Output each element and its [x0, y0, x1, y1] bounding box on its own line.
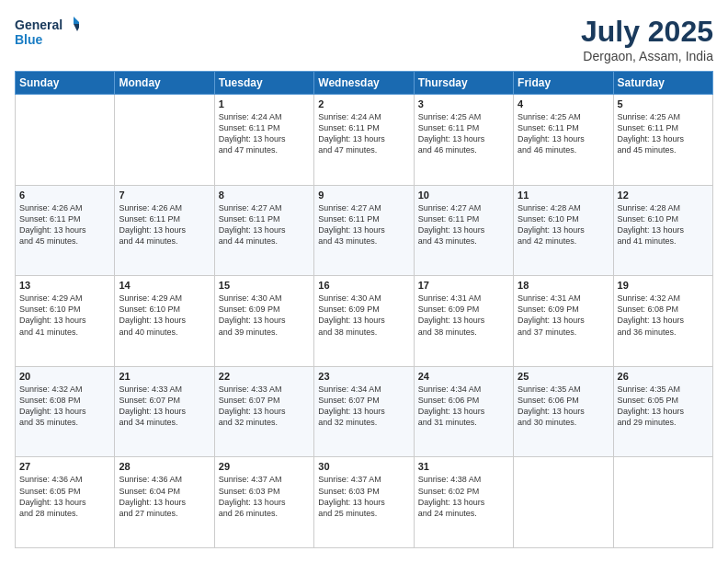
day-number: 15 — [219, 280, 310, 291]
cell-1-2: 8Sunrise: 4:27 AM Sunset: 6:11 PM Daylig… — [214, 185, 313, 276]
cell-text: Sunrise: 4:35 AM Sunset: 6:06 PM Dayligh… — [518, 384, 609, 429]
cell-text: Sunrise: 4:27 AM Sunset: 6:11 PM Dayligh… — [418, 202, 509, 247]
day-number: 19 — [618, 280, 709, 291]
cell-1-1: 7Sunrise: 4:26 AM Sunset: 6:11 PM Daylig… — [115, 185, 214, 276]
day-number: 26 — [618, 371, 709, 382]
day-number: 24 — [418, 371, 509, 382]
cell-0-1 — [115, 95, 214, 186]
day-number: 29 — [219, 461, 310, 472]
header: General Blue July 2025 Dergaon, Assam, I… — [15, 15, 713, 63]
calendar-body: 1Sunrise: 4:24 AM Sunset: 6:11 PM Daylig… — [16, 95, 713, 548]
cell-1-6: 12Sunrise: 4:28 AM Sunset: 6:10 PM Dayli… — [613, 185, 712, 276]
day-number: 11 — [518, 190, 609, 201]
day-number: 2 — [318, 98, 409, 109]
cell-text: Sunrise: 4:33 AM Sunset: 6:07 PM Dayligh… — [119, 384, 210, 429]
week-row-2: 6Sunrise: 4:26 AM Sunset: 6:11 PM Daylig… — [16, 185, 713, 276]
cell-text: Sunrise: 4:34 AM Sunset: 6:07 PM Dayligh… — [318, 384, 409, 429]
cell-text: Sunrise: 4:31 AM Sunset: 6:09 PM Dayligh… — [518, 293, 609, 338]
day-number: 20 — [19, 371, 110, 382]
day-number: 10 — [418, 190, 509, 201]
day-number: 23 — [318, 371, 409, 382]
cell-4-3: 30Sunrise: 4:37 AM Sunset: 6:03 PM Dayli… — [314, 457, 414, 548]
month-title: July 2025 — [581, 15, 713, 49]
cell-3-3: 23Sunrise: 4:34 AM Sunset: 6:07 PM Dayli… — [314, 366, 414, 457]
day-number: 16 — [318, 280, 409, 291]
svg-text:General: General — [15, 17, 63, 32]
cell-text: Sunrise: 4:36 AM Sunset: 6:05 PM Dayligh… — [19, 474, 110, 519]
day-number: 31 — [418, 461, 509, 472]
day-number: 25 — [518, 371, 609, 382]
week-row-1: 1Sunrise: 4:24 AM Sunset: 6:11 PM Daylig… — [16, 95, 713, 186]
cell-text: Sunrise: 4:37 AM Sunset: 6:03 PM Dayligh… — [219, 474, 310, 519]
cell-3-4: 24Sunrise: 4:34 AM Sunset: 6:06 PM Dayli… — [414, 366, 513, 457]
cell-2-0: 13Sunrise: 4:29 AM Sunset: 6:10 PM Dayli… — [16, 276, 115, 367]
cell-text: Sunrise: 4:35 AM Sunset: 6:05 PM Dayligh… — [618, 384, 709, 429]
day-number: 13 — [19, 280, 110, 291]
cell-2-2: 15Sunrise: 4:30 AM Sunset: 6:09 PM Dayli… — [214, 276, 313, 367]
header-tuesday: Tuesday — [214, 72, 313, 95]
day-number: 4 — [518, 98, 609, 109]
cell-2-1: 14Sunrise: 4:29 AM Sunset: 6:10 PM Dayli… — [115, 276, 214, 367]
day-number: 3 — [418, 98, 509, 109]
day-number: 27 — [19, 461, 110, 472]
header-thursday: Thursday — [414, 72, 513, 95]
day-number: 21 — [119, 371, 210, 382]
day-number: 22 — [219, 371, 310, 382]
day-number: 6 — [19, 190, 110, 201]
cell-text: Sunrise: 4:32 AM Sunset: 6:08 PM Dayligh… — [19, 384, 110, 429]
cell-3-1: 21Sunrise: 4:33 AM Sunset: 6:07 PM Dayli… — [115, 366, 214, 457]
day-number: 1 — [219, 98, 310, 109]
cell-2-4: 17Sunrise: 4:31 AM Sunset: 6:09 PM Dayli… — [414, 276, 513, 367]
cell-3-5: 25Sunrise: 4:35 AM Sunset: 6:06 PM Dayli… — [514, 366, 613, 457]
logo-svg: General Blue — [15, 15, 79, 48]
day-number: 28 — [119, 461, 210, 472]
day-number: 30 — [318, 461, 409, 472]
cell-0-5: 4Sunrise: 4:25 AM Sunset: 6:11 PM Daylig… — [514, 95, 613, 186]
cell-3-2: 22Sunrise: 4:33 AM Sunset: 6:07 PM Dayli… — [214, 366, 313, 457]
svg-text:Blue: Blue — [15, 32, 43, 47]
header-friday: Friday — [514, 72, 613, 95]
cell-0-4: 3Sunrise: 4:25 AM Sunset: 6:11 PM Daylig… — [414, 95, 513, 186]
cell-2-5: 18Sunrise: 4:31 AM Sunset: 6:09 PM Dayli… — [514, 276, 613, 367]
cell-text: Sunrise: 4:26 AM Sunset: 6:11 PM Dayligh… — [119, 202, 210, 247]
cell-text: Sunrise: 4:24 AM Sunset: 6:11 PM Dayligh… — [318, 111, 409, 156]
cell-4-4: 31Sunrise: 4:38 AM Sunset: 6:02 PM Dayli… — [414, 457, 513, 548]
cell-text: Sunrise: 4:38 AM Sunset: 6:02 PM Dayligh… — [418, 474, 509, 519]
week-row-5: 27Sunrise: 4:36 AM Sunset: 6:05 PM Dayli… — [16, 457, 713, 548]
cell-4-6 — [613, 457, 712, 548]
cell-text: Sunrise: 4:33 AM Sunset: 6:07 PM Dayligh… — [219, 384, 310, 429]
day-number: 12 — [618, 190, 709, 201]
cell-3-0: 20Sunrise: 4:32 AM Sunset: 6:08 PM Dayli… — [16, 366, 115, 457]
header-sunday: Sunday — [16, 72, 115, 95]
header-wednesday: Wednesday — [314, 72, 414, 95]
cell-0-3: 2Sunrise: 4:24 AM Sunset: 6:11 PM Daylig… — [314, 95, 414, 186]
day-number: 7 — [119, 190, 210, 201]
cell-text: Sunrise: 4:25 AM Sunset: 6:11 PM Dayligh… — [418, 111, 509, 156]
cell-text: Sunrise: 4:27 AM Sunset: 6:11 PM Dayligh… — [219, 202, 310, 247]
header-monday: Monday — [115, 72, 214, 95]
cell-4-0: 27Sunrise: 4:36 AM Sunset: 6:05 PM Dayli… — [16, 457, 115, 548]
cell-text: Sunrise: 4:25 AM Sunset: 6:11 PM Dayligh… — [618, 111, 709, 156]
cell-1-5: 11Sunrise: 4:28 AM Sunset: 6:10 PM Dayli… — [514, 185, 613, 276]
cell-text: Sunrise: 4:37 AM Sunset: 6:03 PM Dayligh… — [318, 474, 409, 519]
cell-2-3: 16Sunrise: 4:30 AM Sunset: 6:09 PM Dayli… — [314, 276, 414, 367]
cell-4-1: 28Sunrise: 4:36 AM Sunset: 6:04 PM Dayli… — [115, 457, 214, 548]
cell-text: Sunrise: 4:24 AM Sunset: 6:11 PM Dayligh… — [219, 111, 310, 156]
title-block: July 2025 Dergaon, Assam, India — [581, 15, 713, 63]
svg-marker-2 — [74, 17, 79, 24]
location: Dergaon, Assam, India — [581, 49, 713, 63]
day-number: 9 — [318, 190, 409, 201]
day-number: 18 — [518, 280, 609, 291]
header-saturday: Saturday — [613, 72, 712, 95]
week-row-4: 20Sunrise: 4:32 AM Sunset: 6:08 PM Dayli… — [16, 366, 713, 457]
cell-0-2: 1Sunrise: 4:24 AM Sunset: 6:11 PM Daylig… — [214, 95, 313, 186]
cell-4-5 — [514, 457, 613, 548]
cell-text: Sunrise: 4:27 AM Sunset: 6:11 PM Dayligh… — [318, 202, 409, 247]
cell-text: Sunrise: 4:29 AM Sunset: 6:10 PM Dayligh… — [19, 293, 110, 338]
calendar-header-row: SundayMondayTuesdayWednesdayThursdayFrid… — [16, 72, 713, 95]
cell-2-6: 19Sunrise: 4:32 AM Sunset: 6:08 PM Dayli… — [613, 276, 712, 367]
cell-text: Sunrise: 4:25 AM Sunset: 6:11 PM Dayligh… — [518, 111, 609, 156]
cell-0-6: 5Sunrise: 4:25 AM Sunset: 6:11 PM Daylig… — [613, 95, 712, 186]
cell-1-4: 10Sunrise: 4:27 AM Sunset: 6:11 PM Dayli… — [414, 185, 513, 276]
cell-text: Sunrise: 4:28 AM Sunset: 6:10 PM Dayligh… — [618, 202, 709, 247]
